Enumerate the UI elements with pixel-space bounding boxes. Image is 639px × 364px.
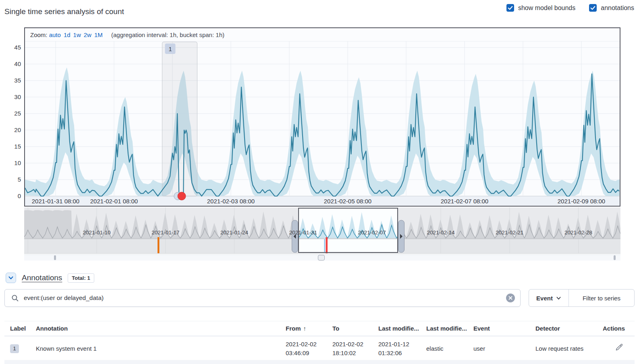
zoom-label: Zoom:: [30, 31, 48, 38]
y-tick-label: 20: [5, 126, 21, 133]
table-row: 1Known system event 12021-02-0203:46:092…: [4, 336, 635, 362]
show-model-bounds-checkbox[interactable]: show model bounds: [506, 4, 575, 12]
x-tick-label: 2021-02-05 08:00: [324, 198, 371, 205]
cell-actions: [597, 336, 635, 362]
zoom-option-auto[interactable]: auto: [49, 31, 61, 38]
svg-text:1: 1: [168, 46, 172, 52]
column-header-actions: Actions: [597, 321, 635, 336]
chevron-down-icon: [556, 296, 561, 301]
swimlane-annotation-marker[interactable]: [324, 239, 326, 253]
annotations-total-badge: Total: 1: [68, 273, 94, 283]
navigator-tick-label: 2021-02-07: [358, 230, 386, 236]
column-header-label: Label: [4, 321, 30, 336]
column-header-event[interactable]: Event: [468, 321, 530, 336]
y-tick-label: 10: [5, 159, 21, 166]
navigator-tick-label: 2021-01-31: [289, 230, 317, 236]
y-tick-label: 15: [5, 143, 21, 150]
x-tick-label: 2021-02-07 08:00: [441, 198, 488, 205]
column-header-last_modified_by[interactable]: Last modifie...: [421, 321, 468, 336]
column-header-to[interactable]: To: [327, 321, 373, 336]
x-tick-label: 2021-02-01 08:00: [90, 198, 138, 205]
search-icon: [11, 294, 19, 302]
checkbox-checked-icon: [506, 4, 514, 12]
column-header-annotation[interactable]: Annotation: [30, 321, 280, 336]
annotations-table: LabelAnnotationFrom↑ToLast modifie...Las…: [4, 321, 635, 362]
cell-to: 2021-02-0218:10:02: [327, 336, 373, 362]
aggregation-note: (aggregation interval: 1h, bucket span: …: [111, 31, 224, 38]
annotations-label: annotations: [601, 4, 634, 12]
cell-label: 1: [4, 336, 30, 362]
sort-ascending-icon: ↑: [303, 325, 307, 332]
y-tick-label: 35: [5, 77, 21, 84]
context-navigator-chart[interactable]: 2021-01-102021-01-172021-01-242021-01-31…: [24, 207, 620, 254]
zoom-controls: Zoom: auto1d1w2w1M (aggregation interval…: [25, 28, 620, 41]
edit-annotation-button[interactable]: [616, 344, 622, 351]
cell-annotation: Known system event 1: [30, 336, 280, 362]
cell-event: user: [468, 336, 530, 362]
navigator-tick-label: 2021-02-28: [564, 230, 592, 236]
event-filter-dropdown[interactable]: Event: [529, 290, 568, 306]
scrollbar-thumb[interactable]: [318, 255, 325, 261]
column-header-detector[interactable]: Detector: [530, 321, 597, 336]
show-model-bounds-label: show model bounds: [518, 4, 575, 12]
zoom-option-1M[interactable]: 1M: [94, 31, 103, 38]
chevron-down-icon: [8, 275, 14, 281]
x-tick-label: 2021-02-09 08:00: [558, 198, 605, 205]
annotations-heading: Annotations: [22, 273, 62, 282]
cell-last_modified_by: elastic: [421, 336, 468, 362]
column-header-last_modified_date[interactable]: Last modifie...: [373, 321, 421, 336]
x-tick-label: 2021-01-31 08:00: [32, 198, 79, 205]
column-header-from[interactable]: From↑: [280, 321, 327, 336]
zoom-option-1d[interactable]: 1d: [64, 31, 71, 38]
search-input[interactable]: [24, 294, 506, 302]
anomaly-marker[interactable]: [178, 192, 186, 200]
navigator-tick-label: 2021-01-17: [151, 230, 179, 236]
zoom-option-1w[interactable]: 1w: [73, 31, 81, 38]
navigator-left-handle[interactable]: [292, 220, 298, 252]
annotations-search-field[interactable]: [4, 289, 521, 307]
y-tick-label: 40: [5, 60, 21, 67]
x-tick-label: 2021-02-03 08:00: [207, 198, 255, 205]
table-footer-strip: [4, 360, 635, 364]
timeseries-focus-chart[interactable]: Zoom: auto1d1w2w1M (aggregation interval…: [24, 27, 620, 207]
navigator-tick-label: 2021-01-10: [83, 230, 110, 236]
annotations-checkbox[interactable]: annotations: [589, 4, 634, 12]
navigator-tick-label: 2021-02-14: [427, 230, 454, 236]
page-title: Single time series analysis of count: [4, 7, 124, 16]
navigator-tick-label: 2021-02-21: [496, 230, 523, 236]
annotation-region[interactable]: [162, 42, 197, 196]
y-tick-label: 5: [5, 176, 21, 183]
filter-to-series-button[interactable]: Filter to series: [568, 290, 634, 306]
clear-search-icon[interactable]: [506, 294, 515, 302]
annotation-label-badge: 1: [10, 344, 19, 353]
cell-last_modified_date: 2021-01-1201:32:06: [373, 336, 421, 362]
cell-detector: Low request rates: [530, 336, 597, 362]
scrollbar-right-grip[interactable]: [614, 255, 616, 260]
swimlane-anomaly-marker[interactable]: [158, 237, 160, 253]
y-tick-label: 25: [5, 110, 21, 117]
y-tick-label: 45: [5, 44, 21, 51]
y-tick-label: 0: [5, 192, 21, 199]
annotations-collapse-button[interactable]: [6, 273, 16, 283]
y-tick-label: 30: [5, 93, 21, 100]
navigator-tick-label: 2021-01-24: [220, 230, 248, 236]
scrollbar-left-grip[interactable]: [54, 255, 56, 260]
zoom-option-2w[interactable]: 2w: [84, 31, 91, 38]
checkbox-checked-icon: [589, 4, 597, 12]
swimlane-anomaly-marker[interactable]: [326, 237, 328, 253]
navigator-right-handle[interactable]: [398, 220, 405, 252]
navigator-scrollbar[interactable]: [24, 254, 620, 261]
cell-from: 2021-02-0203:46:09: [280, 336, 327, 362]
